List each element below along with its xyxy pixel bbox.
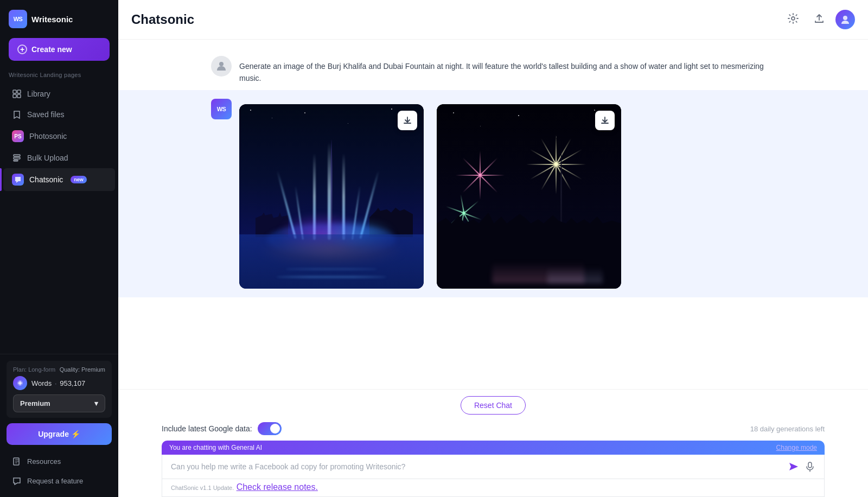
- download-button-2[interactable]: [595, 111, 615, 130]
- svg-rect-4: [14, 155, 20, 156]
- svg-point-9: [792, 17, 795, 20]
- sidebar-bottom: Plan: Long-form Quality: Premium Words ·…: [0, 354, 118, 497]
- user-message-row: Generate an image of the Burj Khalifa an…: [168, 50, 819, 90]
- svg-rect-5: [14, 157, 20, 159]
- logo-icon: WS: [9, 10, 27, 28]
- reset-chat-button[interactable]: Reset Chat: [461, 396, 526, 415]
- chat-footer-note: ChatSonic v1.1 Update. Check release not…: [162, 479, 825, 497]
- request-feature-label: Request a feature: [27, 477, 83, 485]
- upload-icon: [813, 12, 825, 27]
- sidebar-item-request-feature[interactable]: Request a feature: [7, 471, 112, 490]
- photosonic-icon: PS: [12, 130, 24, 142]
- chat-input-bar: You are chatting with General AI Change …: [162, 441, 825, 497]
- book-icon: [12, 456, 22, 466]
- reset-chat-label: Reset Chat: [474, 401, 512, 410]
- section-label: Writesonic Landing pages: [0, 72, 118, 84]
- create-new-label: Create new: [31, 45, 72, 54]
- sidebar: WS Writesonic + Create new Writesonic La…: [0, 0, 118, 497]
- message-icon: [12, 476, 22, 486]
- google-data-toggle[interactable]: [258, 422, 282, 435]
- google-data-row: Include latest Google data: 18 daily gen…: [162, 422, 825, 435]
- svg-rect-3: [17, 94, 21, 98]
- footer-note-link[interactable]: Check release notes.: [237, 482, 318, 492]
- chat-mode-text: You are chatting with General AI: [169, 444, 262, 451]
- quality-label: Quality: Premium: [60, 366, 105, 373]
- svg-rect-12: [808, 462, 812, 468]
- bookmark-icon: [12, 110, 22, 119]
- export-button[interactable]: [809, 10, 829, 29]
- fountain-image: [239, 104, 424, 289]
- brand-name: Writesonic: [31, 15, 73, 24]
- sidebar-item-label: Library: [27, 90, 50, 98]
- mic-button[interactable]: [805, 461, 815, 472]
- sidebar-item-chatsonic[interactable]: Chatsonic new: [3, 168, 115, 191]
- user-avatar[interactable]: [835, 10, 855, 29]
- words-icon: [13, 376, 27, 390]
- google-data-label: Include latest Google data:: [162, 424, 252, 433]
- download-button-1[interactable]: [398, 111, 417, 130]
- sidebar-item-label: Saved files: [27, 110, 64, 119]
- sidebar-item-photosonic[interactable]: PS Photosonic: [3, 125, 115, 148]
- chat-input[interactable]: [171, 462, 783, 471]
- user-message-text: Generate an image of the Burj Khalifa an…: [239, 56, 775, 85]
- chat-mode-label: You are chatting with General AI Change …: [162, 441, 825, 455]
- sidebar-item-label: Photosonic: [29, 132, 67, 141]
- grid-icon: [12, 89, 22, 99]
- generated-image-2: [437, 104, 621, 289]
- resources-label: Resources: [27, 457, 61, 466]
- images-grid: [239, 104, 775, 289]
- upgrade-label: Upgrade ⚡: [38, 430, 80, 438]
- sidebar-nav: Library Saved files PS Photosonic: [0, 84, 118, 354]
- words-display: Words · 953,107: [31, 379, 85, 387]
- chatsonic-icon: [12, 174, 24, 186]
- svg-point-10: [843, 16, 847, 20]
- bulk-upload-icon: [12, 153, 22, 163]
- main-header: Chatsonic: [118, 0, 868, 40]
- chat-area: Generate an image of the Burj Khalifa an…: [118, 40, 868, 389]
- sidebar-item-bulk-upload[interactable]: Bulk Upload: [3, 148, 115, 168]
- settings-button[interactable]: [783, 10, 803, 29]
- sidebar-item-library[interactable]: Library: [3, 84, 115, 104]
- chat-input-row: [162, 455, 825, 479]
- change-mode-link[interactable]: Change mode: [776, 444, 817, 451]
- footer-note-text: ChatSonic v1.1 Update.: [171, 485, 234, 491]
- create-new-button[interactable]: + Create new: [9, 38, 110, 61]
- ai-response-row: WS: [118, 90, 868, 297]
- plan-label: Plan: Long-form: [13, 366, 55, 373]
- sidebar-item-label: Bulk Upload: [27, 154, 68, 162]
- send-button[interactable]: [788, 461, 799, 472]
- chat-bottom: Reset Chat Include latest Google data: 1…: [118, 389, 868, 497]
- sidebar-item-saved-files[interactable]: Saved files: [3, 104, 115, 125]
- toggle-knob: [270, 424, 280, 434]
- svg-point-11: [219, 62, 224, 66]
- user-avatar-icon: [211, 56, 232, 77]
- svg-rect-2: [13, 94, 16, 98]
- gear-icon: [787, 12, 799, 27]
- svg-rect-0: [13, 90, 16, 93]
- main-content: Chatsonic: [118, 0, 868, 497]
- reset-chat-row: Reset Chat: [162, 396, 825, 415]
- fireworks-image: [437, 104, 621, 289]
- ai-response-inner: WS: [168, 99, 819, 289]
- generated-image-1: [239, 104, 424, 289]
- plus-icon: +: [17, 44, 27, 54]
- quality-option: Premium: [20, 399, 50, 407]
- page-title: Chatsonic: [131, 12, 194, 27]
- chevron-down-icon: ▾: [94, 399, 98, 407]
- brand-logo[interactable]: WS Writesonic: [0, 0, 118, 38]
- sidebar-item-label: Chatsonic: [29, 175, 63, 184]
- generations-left-text: 18 daily generations left: [750, 425, 825, 433]
- upgrade-button[interactable]: Upgrade ⚡: [7, 423, 112, 445]
- svg-rect-6: [14, 160, 18, 161]
- ws-avatar: WS: [211, 99, 232, 119]
- plan-info: Plan: Long-form Quality: Premium Words ·…: [7, 361, 112, 418]
- new-badge: new: [71, 176, 87, 183]
- svg-rect-1: [17, 90, 21, 93]
- quality-dropdown[interactable]: Premium ▾: [13, 394, 105, 412]
- sidebar-item-resources[interactable]: Resources: [7, 451, 112, 471]
- header-actions: [783, 10, 855, 29]
